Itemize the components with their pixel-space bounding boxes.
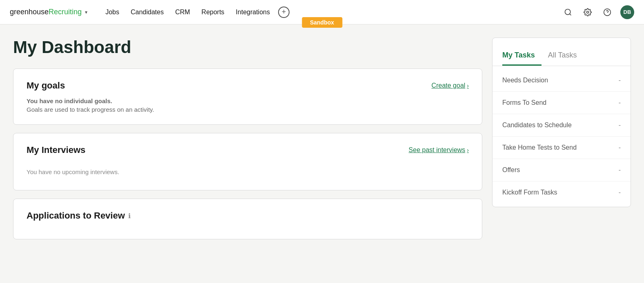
logo-text: greenhouseRecruiting	[10, 8, 82, 16]
task-value-needs-decision: -	[619, 77, 621, 84]
navbar: greenhouseRecruiting ▾ Jobs Candidates C…	[0, 0, 644, 24]
nav-right: DB	[562, 5, 634, 19]
no-goals-text: You have no individual goals.	[27, 97, 469, 104]
goals-card-title: My goals	[27, 80, 65, 91]
task-item-offers[interactable]: Offers -	[492, 159, 631, 181]
add-nav-button[interactable]: +	[278, 7, 290, 18]
task-list: Needs Decision - Forms To Send - Candida…	[492, 69, 631, 203]
goals-card-header: My goals Create goal ›	[27, 80, 469, 91]
nav-logo[interactable]: greenhouseRecruiting ▾	[10, 8, 87, 16]
goals-description: Goals are used to track progress on an a…	[27, 106, 469, 113]
task-item-needs-decision[interactable]: Needs Decision -	[492, 69, 631, 92]
tasks-tabs: My Tasks All Tasks	[492, 48, 631, 66]
logo-chevron-icon: ▾	[85, 9, 87, 15]
nav-link-crm[interactable]: CRM	[170, 5, 195, 19]
task-item-candidates-to-schedule[interactable]: Candidates to Schedule -	[492, 114, 631, 137]
chevron-right-icon: ›	[467, 147, 469, 153]
interviews-card: My Interviews See past interviews › You …	[13, 133, 482, 190]
nav-link-integrations[interactable]: Integrations	[231, 5, 275, 19]
task-label-forms-to-send: Forms To Send	[502, 99, 546, 106]
tab-all-tasks[interactable]: All Tasks	[548, 48, 584, 66]
help-button[interactable]	[601, 6, 614, 19]
tab-my-tasks[interactable]: My Tasks	[502, 48, 541, 66]
see-past-label: See past interviews	[409, 146, 466, 154]
svg-point-2	[587, 11, 589, 13]
create-goal-link[interactable]: Create goal ›	[432, 82, 469, 89]
task-value-offers: -	[619, 166, 621, 174]
task-value-candidates-to-schedule: -	[619, 122, 621, 129]
goals-card: My goals Create goal › You have no indiv…	[13, 69, 482, 125]
page-title: My Dashboard	[13, 38, 482, 57]
see-past-interviews-link[interactable]: See past interviews ›	[409, 146, 469, 154]
user-avatar[interactable]: DB	[620, 5, 634, 19]
task-item-forms-to-send[interactable]: Forms To Send -	[492, 92, 631, 114]
applications-card-header: Applications to Review ℹ	[27, 210, 469, 221]
tasks-panel: My Tasks All Tasks Needs Decision - Form…	[492, 38, 631, 207]
search-button[interactable]	[562, 6, 575, 19]
task-label-needs-decision: Needs Decision	[502, 77, 548, 84]
nav-link-candidates[interactable]: Candidates	[126, 5, 169, 19]
sandbox-badge: Sandbox	[302, 17, 342, 28]
task-value-kickoff-form-tasks: -	[619, 189, 621, 196]
nav-link-jobs[interactable]: Jobs	[100, 5, 124, 19]
task-item-kickoff-form-tasks[interactable]: Kickoff Form Tasks -	[492, 181, 631, 203]
task-label-kickoff-form-tasks: Kickoff Form Tasks	[502, 189, 557, 196]
svg-point-0	[565, 9, 570, 14]
task-label-take-home-tests: Take Home Tests to Send	[502, 144, 577, 151]
no-interviews-text: You have no upcoming interviews.	[27, 162, 469, 179]
chevron-right-icon: ›	[467, 82, 469, 89]
info-icon[interactable]: ℹ	[128, 212, 131, 220]
applications-card: Applications to Review ℹ	[13, 199, 482, 239]
task-label-offers: Offers	[502, 166, 520, 174]
applications-card-title: Applications to Review	[27, 210, 125, 221]
create-goal-label: Create goal	[432, 82, 466, 89]
left-column: My Dashboard My goals Create goal › You …	[13, 38, 482, 239]
main-content: My Dashboard My goals Create goal › You …	[0, 24, 644, 239]
task-value-forms-to-send: -	[619, 99, 621, 106]
svg-line-1	[570, 13, 571, 15]
settings-button[interactable]	[581, 6, 594, 19]
interviews-card-title: My Interviews	[27, 145, 85, 155]
task-item-take-home-tests[interactable]: Take Home Tests to Send -	[492, 137, 631, 159]
task-value-take-home-tests: -	[619, 144, 621, 151]
task-label-candidates-to-schedule: Candidates to Schedule	[502, 122, 572, 129]
interviews-card-header: My Interviews See past interviews ›	[27, 145, 469, 155]
nav-link-reports[interactable]: Reports	[196, 5, 229, 19]
